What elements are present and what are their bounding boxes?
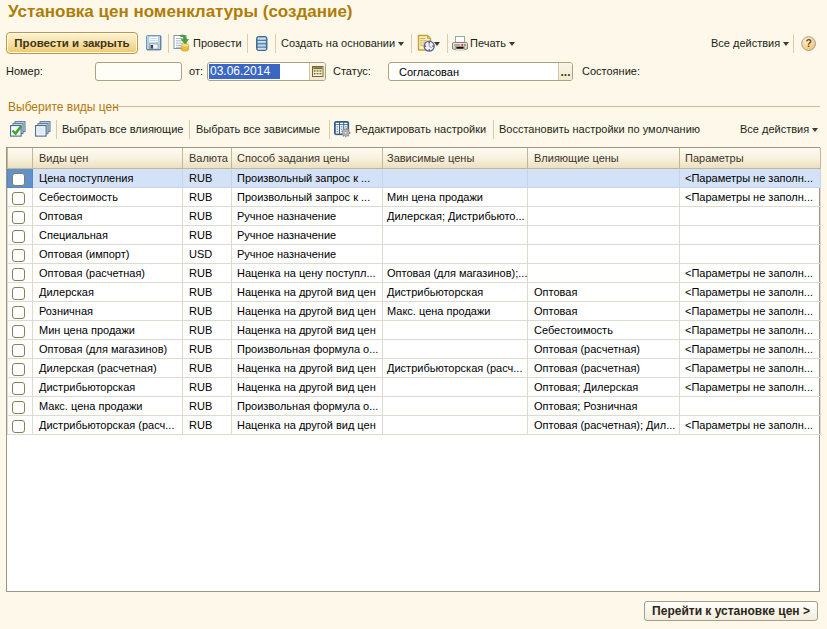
svg-text:?: ? — [805, 37, 811, 49]
